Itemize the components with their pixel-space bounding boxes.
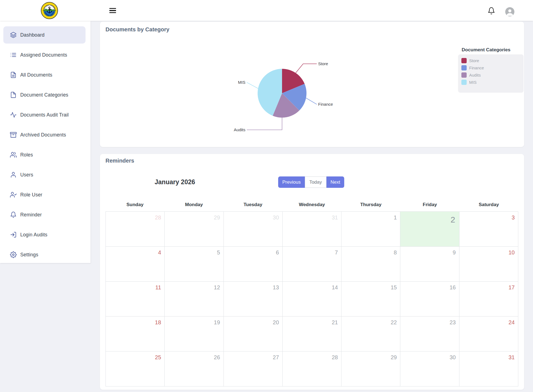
- calendar-cell[interactable]: 22: [341, 317, 400, 351]
- calendar-cell[interactable]: 26: [165, 351, 223, 386]
- day-number: 3: [512, 214, 515, 221]
- pie-leader-line: [306, 98, 317, 104]
- calendar-cell[interactable]: 18: [106, 317, 165, 351]
- sidebar-item-documents-audit-trail[interactable]: Documents Audit Trail: [3, 106, 86, 123]
- calendar-cell[interactable]: 31: [459, 351, 518, 386]
- day-number: 4: [158, 249, 161, 256]
- calendar-cell[interactable]: 6: [224, 247, 283, 282]
- calendar-previous-button[interactable]: Previous: [278, 176, 305, 188]
- user-check-icon: [10, 191, 17, 198]
- sidebar-item-reminder[interactable]: Reminder: [3, 206, 86, 223]
- day-number: 15: [391, 284, 397, 291]
- sidebar-item-archived-documents[interactable]: Archived Documents: [3, 126, 86, 143]
- sidebar-item-label: Archived Documents: [20, 132, 66, 138]
- settings-icon: [10, 251, 17, 258]
- weekday-header-saturday: Saturday: [459, 202, 518, 211]
- sidebar: DashboardAssigned DocumentsAll Documents…: [0, 21, 90, 263]
- calendar-cell[interactable]: 4: [106, 247, 165, 282]
- day-number: 20: [273, 319, 279, 326]
- sidebar-item-label: Reminder: [20, 212, 42, 218]
- calendar-cell[interactable]: 10: [459, 247, 518, 282]
- day-number: 10: [509, 249, 515, 256]
- calendar-cell[interactable]: 29: [341, 351, 400, 386]
- sidebar-item-label: Login Audits: [20, 232, 47, 238]
- calendar-cell[interactable]: 28: [283, 351, 341, 386]
- calendar-cell[interactable]: 27: [224, 351, 283, 386]
- bell-icon: [487, 7, 495, 15]
- calendar-cell[interactable]: 11: [106, 282, 165, 317]
- day-number: 30: [273, 214, 279, 221]
- chart-legend: StoreFinanceAuditsMIS: [458, 54, 524, 93]
- calendar-cell[interactable]: 12: [165, 282, 223, 317]
- calendar-cell[interactable]: 17: [459, 282, 518, 317]
- log-in-icon: [10, 231, 17, 238]
- legend-swatch: [461, 80, 467, 85]
- calendar-cell[interactable]: 19: [165, 317, 223, 351]
- user-icon: [10, 171, 17, 178]
- calendar-cell[interactable]: 8: [341, 247, 400, 282]
- day-number: 12: [214, 284, 220, 291]
- sidebar-item-all-documents[interactable]: All Documents: [3, 66, 86, 84]
- weekday-header-monday: Monday: [164, 202, 223, 211]
- legend-label: MIS: [469, 80, 477, 85]
- calendar-cell[interactable]: 24: [459, 317, 518, 351]
- sidebar-item-label: All Documents: [20, 72, 52, 78]
- sidebar-item-dashboard[interactable]: Dashboard: [3, 26, 86, 44]
- avatar-icon: [505, 7, 514, 16]
- menu-toggle-button[interactable]: [109, 8, 116, 13]
- calendar-cell-today[interactable]: 2: [400, 212, 459, 247]
- sidebar-item-label: Roles: [20, 152, 33, 158]
- sidebar-item-settings[interactable]: Settings: [3, 246, 86, 263]
- users-icon: [10, 151, 17, 158]
- calendar-cell[interactable]: 29: [165, 212, 223, 247]
- calendar-cell[interactable]: 14: [283, 282, 341, 317]
- calendar-cell[interactable]: 30: [224, 212, 283, 247]
- sidebar-item-document-categories[interactable]: Document Categories: [3, 86, 86, 103]
- user-avatar[interactable]: [505, 7, 514, 16]
- weekday-header-sunday: Sunday: [105, 202, 164, 211]
- day-number: 7: [335, 249, 338, 256]
- calendar-grid: 2829303112345678910111213141516171819202…: [105, 211, 518, 386]
- calendar-nav-button-group: Previous Today Next: [278, 176, 344, 188]
- calendar-cell[interactable]: 9: [400, 247, 459, 282]
- weekday-header-tuesday: Tuesday: [223, 202, 282, 211]
- sidebar-item-label: Settings: [20, 252, 38, 258]
- weekday-header-thursday: Thursday: [341, 202, 400, 211]
- calendar-cell[interactable]: 30: [400, 351, 459, 386]
- sidebar-item-roles[interactable]: Roles: [3, 146, 86, 163]
- legend-label: Finance: [469, 65, 484, 70]
- sidebar-item-users[interactable]: Users: [3, 166, 86, 183]
- legend-label: Audits: [469, 73, 481, 77]
- calendar-cell[interactable]: 31: [283, 212, 341, 247]
- calendar-cell[interactable]: 15: [341, 282, 400, 317]
- sidebar-item-login-audits[interactable]: Login Audits: [3, 226, 86, 243]
- notifications-button[interactable]: [487, 7, 495, 15]
- calendar-cell[interactable]: 13: [224, 282, 283, 317]
- day-number: 19: [214, 319, 220, 326]
- calendar-cell[interactable]: 25: [106, 351, 165, 386]
- day-number: 18: [155, 319, 161, 326]
- day-number: 30: [449, 354, 456, 361]
- pie-label-finance: Finance: [318, 102, 333, 107]
- day-number: 9: [453, 249, 456, 256]
- calendar-cell[interactable]: 16: [400, 282, 459, 317]
- calendar-cell[interactable]: 20: [224, 317, 283, 351]
- day-number: 2: [451, 215, 455, 224]
- calendar-cell[interactable]: 1: [341, 212, 400, 247]
- calendar-cell[interactable]: 3: [459, 212, 518, 247]
- calendar-cell[interactable]: 28: [106, 212, 165, 247]
- calendar-today-button[interactable]: Today: [305, 176, 326, 188]
- calendar-next-button[interactable]: Next: [326, 176, 345, 188]
- calendar-cell[interactable]: 5: [165, 247, 223, 282]
- day-number: 6: [276, 249, 279, 256]
- calendar-weekday-header-row: SundayMondayTuesdayWednesdayThursdayFrid…: [105, 202, 518, 211]
- legend-item-store: Store: [461, 58, 524, 63]
- calendar-cell[interactable]: 7: [283, 247, 341, 282]
- day-number: 28: [155, 214, 161, 221]
- calendar-cell[interactable]: 21: [283, 317, 341, 351]
- calendar-cell[interactable]: 23: [400, 317, 459, 351]
- sidebar-item-assigned-documents[interactable]: Assigned Documents: [3, 46, 86, 64]
- day-number: 21: [332, 319, 338, 326]
- sidebar-item-role-user[interactable]: Role User: [3, 186, 86, 203]
- legend-swatch: [461, 58, 467, 63]
